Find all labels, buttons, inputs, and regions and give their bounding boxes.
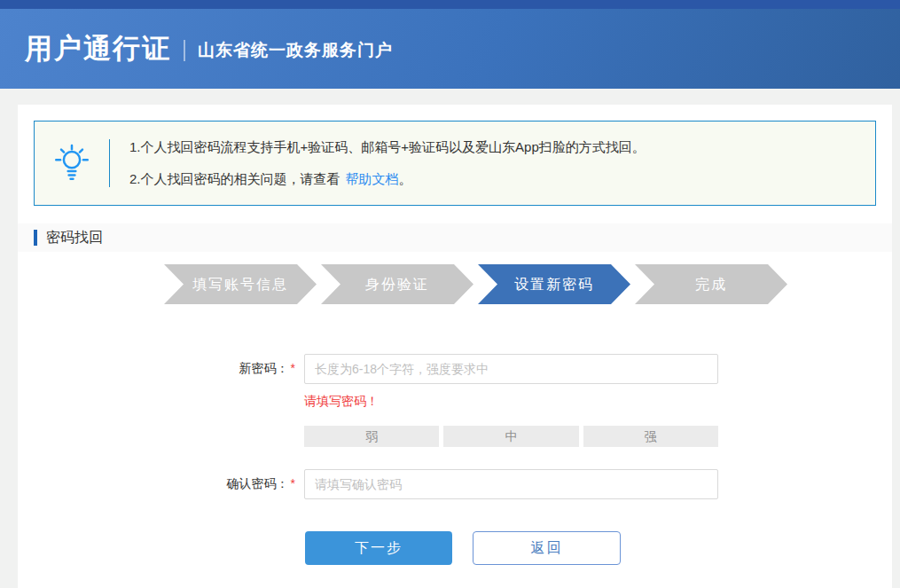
- password-recovery-page: { "header": { "title": "用户通行证", "subtitl…: [0, 0, 900, 588]
- strength-strong: 强: [583, 426, 718, 447]
- password-form: 新密码：* 请填写密码！ 弱 中 强 确认密码：* 下一步 返回: [34, 354, 876, 565]
- section-title-row: 密码找回: [18, 223, 892, 252]
- strength-medium: 中: [443, 426, 578, 447]
- notice-box: 1.个人找回密码流程支持手机+验证码、邮箱号+验证码以及爱山东App扫脸的方式找…: [34, 121, 876, 206]
- site-subtitle: 山东省统一政务服务门户: [198, 39, 393, 62]
- lightbulb-icon-wrap: [35, 142, 109, 184]
- header: 用户通行证 山东省统一政务服务门户: [0, 9, 900, 89]
- step-identity-verification: 身份验证: [321, 264, 473, 304]
- new-password-row: 新密码：*: [34, 354, 876, 384]
- section-title-bar: [34, 230, 37, 246]
- back-button[interactable]: 返回: [473, 531, 621, 565]
- notice-line-2: 2.个人找回密码的相关问题，请查看帮助文档。: [129, 163, 646, 195]
- help-doc-link[interactable]: 帮助文档: [346, 171, 399, 186]
- new-password-label-text: 新密码：: [239, 361, 289, 375]
- notice-line-2-period: 。: [399, 171, 412, 186]
- confirm-password-label: 确认密码：*: [34, 476, 304, 492]
- button-row: 下一步 返回: [305, 531, 876, 565]
- confirm-password-row: 确认密码：*: [34, 469, 876, 499]
- error-row: 请填写密码！: [304, 393, 876, 410]
- required-asterisk: *: [291, 361, 295, 375]
- next-step-button[interactable]: 下一步: [305, 531, 452, 565]
- lightbulb-icon: [51, 142, 92, 184]
- strength-weak: 弱: [304, 426, 439, 447]
- step-complete: 完成: [635, 264, 787, 304]
- top-strip: [0, 0, 900, 9]
- notice-line-2-text: 2.个人找回密码的相关问题，请查看: [129, 171, 340, 186]
- step-indicator: 填写账号信息 身份验证 设置新密码 完成: [164, 264, 876, 304]
- password-error-text: 请填写密码！: [304, 394, 379, 408]
- notice-text: 1.个人找回密码流程支持手机+验证码、邮箱号+验证码以及爱山东App扫脸的方式找…: [110, 131, 646, 195]
- notice-line-1: 1.个人找回密码流程支持手机+验证码、邮箱号+验证码以及爱山东App扫脸的方式找…: [129, 131, 646, 163]
- confirm-password-input[interactable]: [304, 469, 718, 499]
- site-title: 用户通行证: [25, 30, 171, 67]
- new-password-label: 新密码：*: [34, 361, 304, 377]
- step-set-new-password: 设置新密码: [478, 264, 630, 304]
- header-divider: [184, 40, 185, 61]
- new-password-input[interactable]: [304, 354, 718, 384]
- confirm-password-label-text: 确认密码：: [227, 476, 289, 490]
- section-title: 密码找回: [46, 229, 103, 247]
- main-card: 1.个人找回密码流程支持手机+验证码、邮箱号+验证码以及爱山东App扫脸的方式找…: [18, 105, 892, 588]
- required-asterisk: *: [291, 476, 295, 490]
- strength-meter: 弱 中 强: [304, 426, 718, 447]
- step-fill-account-info: 填写账号信息: [164, 264, 317, 304]
